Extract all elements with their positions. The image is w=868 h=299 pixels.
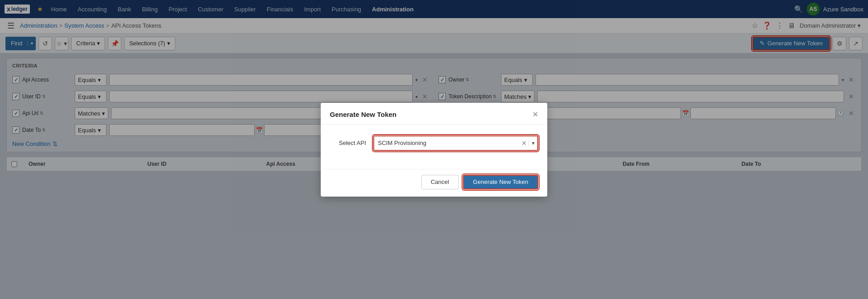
select-api-label: Select API — [330, 140, 366, 146]
modal-body: Select API SCIM Provisioning REST API Gr… — [321, 125, 547, 169]
modal-generate-button[interactable]: Generate New Token — [463, 175, 538, 189]
modal-overlay: Generate New Token ✕ Select API SCIM Pro… — [0, 0, 868, 299]
generate-token-modal: Generate New Token ✕ Select API SCIM Pro… — [321, 103, 547, 197]
modal-select-api-row: Select API SCIM Provisioning REST API Gr… — [330, 135, 538, 151]
modal-header: Generate New Token ✕ — [321, 103, 547, 125]
select-api-chevron-icon[interactable]: ▾ — [529, 140, 537, 146]
modal-footer: Cancel Generate New Token — [321, 169, 547, 197]
select-api-wrapper: SCIM Provisioning REST API GraphQL API ✕… — [373, 135, 538, 151]
modal-close-button[interactable]: ✕ — [532, 110, 538, 119]
modal-cancel-button[interactable]: Cancel — [421, 175, 458, 189]
select-api-dropdown[interactable]: SCIM Provisioning REST API GraphQL API — [374, 136, 520, 150]
modal-title: Generate New Token — [330, 111, 396, 118]
select-api-clear-icon[interactable]: ✕ — [520, 140, 529, 147]
